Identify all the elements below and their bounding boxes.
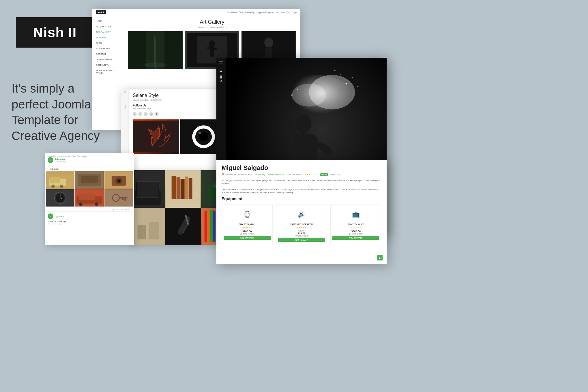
article-body-2: Unroasted beans contain similar if not h…	[222, 188, 381, 194]
social-google[interactable]: g	[144, 112, 148, 116]
tagline-line3: Template for	[12, 113, 78, 127]
svg-rect-41	[47, 174, 73, 189]
svg-rect-64	[122, 198, 123, 200]
svg-rect-24	[300, 132, 305, 138]
svg-point-11	[265, 37, 273, 48]
community-avatar: t	[48, 157, 53, 163]
svg-rect-68	[137, 182, 159, 197]
art-product-3-btn[interactable]: ADD TO CART	[332, 236, 379, 240]
nav-more[interactable]: MORE PORTFOLIO STYLE...	[92, 68, 124, 76]
nav-blog[interactable]: BLOG	[92, 40, 124, 46]
social-twitter[interactable]: t	[138, 112, 142, 116]
svg-rect-81	[138, 225, 146, 239]
store-item-2	[165, 170, 201, 208]
svg-point-6	[209, 40, 215, 47]
community-photo-5	[75, 189, 104, 207]
logo-box: Nish II	[16, 17, 94, 48]
social-facebook[interactable]: f	[133, 112, 137, 116]
community-photo-4	[46, 189, 74, 207]
svg-point-16	[346, 83, 347, 85]
art-product-3-img: 📺	[332, 207, 379, 222]
menu-line-2	[219, 63, 223, 63]
article-date: 📅 Monday, 25 December 2017	[222, 173, 252, 176]
community-photo-1	[46, 171, 74, 189]
art-product-2-btn[interactable]: ADD TO CART	[278, 238, 325, 242]
svg-rect-87	[204, 211, 207, 242]
art-product-1: ⌚ Smart Watch ★★★☆☆ $200.00 15 items in …	[222, 205, 273, 244]
svg-rect-57	[79, 194, 95, 200]
social-icons-row: f t g p ▶	[133, 112, 227, 116]
svg-rect-72	[181, 179, 185, 199]
social-youtube[interactable]: ▶	[155, 112, 159, 116]
community-user-row: t tqjoomla 2 weeks ago	[48, 157, 131, 163]
art-product-3: 📺 Sony TV OLED ★★★★★ $500.00 19 items in…	[330, 205, 381, 244]
art-product-2-stars: ★★★★★	[278, 226, 325, 229]
community-photo-3	[104, 171, 133, 189]
article-rate-label: Rate this article	[287, 173, 302, 176]
svg-point-18	[357, 86, 358, 87]
art-product-1-name: Smart Watch	[224, 223, 271, 225]
article-products: ⌚ Smart Watch ★★★☆☆ $200.00 15 items in …	[222, 205, 381, 244]
nav-selena[interactable]: SELENA STYLE	[92, 24, 124, 29]
menu-line-1	[219, 61, 223, 62]
nav-style-guide[interactable]: STYLE GUIDE	[92, 46, 124, 51]
social-pinterest[interactable]: p	[149, 112, 153, 116]
svg-rect-71	[177, 177, 180, 199]
gallery-breadcrumb: You are here: Home › Art Gallery	[128, 26, 296, 28]
svg-rect-80	[130, 208, 165, 245]
article-author: Miguel Salgado	[222, 164, 381, 172]
gallery-page-title: Art Gallery	[128, 19, 296, 25]
gallery-login: Login	[292, 11, 297, 13]
selena-page-title: Selena Style	[133, 93, 227, 98]
art-product-1-btn[interactable]: ADD TO CART	[224, 236, 271, 240]
store-item-5	[165, 208, 201, 245]
nav-home[interactable]: HOME	[92, 18, 124, 24]
art-product-1-img: ⌚	[224, 207, 271, 222]
nav-contact[interactable]: CONTACT	[92, 51, 124, 57]
svg-point-21	[340, 74, 341, 75]
svg-point-49	[117, 180, 120, 182]
svg-rect-4	[164, 31, 183, 69]
article-body-1: Ms. Kruger discusses her first German-la…	[222, 179, 381, 185]
community-user-info: tqjoomla 2 weeks ago	[55, 158, 66, 162]
svg-rect-90	[213, 211, 215, 242]
svg-rect-3	[128, 31, 146, 69]
community-react-label: tqjoomla reacted to this	[45, 208, 134, 211]
svg-rect-44	[81, 176, 98, 183]
article-equipment-title: Equipment	[222, 196, 381, 201]
svg-rect-74	[189, 178, 192, 199]
selena-main: Selena Style You are here: Home › Selena…	[129, 89, 231, 157]
tagline-line2: perfect Joomla	[12, 97, 91, 111]
svg-rect-1	[154, 36, 155, 63]
scroll-to-top-button[interactable]: ▲	[377, 255, 383, 260]
svg-rect-62	[119, 197, 127, 198]
community-footer-user-row: t tqjoomla	[48, 213, 131, 219]
gallery-topbar: Nish II 1826 Locust Street, Bainbridge s…	[92, 9, 300, 16]
community-caption: I love Cats	[45, 166, 134, 171]
svg-point-20	[291, 94, 293, 96]
follow-title: Follow Us	[133, 104, 227, 107]
nav-store[interactable]: ONLINE STORE	[92, 57, 124, 62]
svg-point-19	[297, 89, 298, 90]
art-product-3-stars: ★★★★★	[332, 226, 379, 229]
nav-gallery[interactable]: ART GALLERY	[92, 29, 124, 35]
svg-point-2	[143, 63, 167, 67]
community-header: tqjoomla reacted to this post about 2 we…	[45, 153, 134, 166]
community-footer: t tqjoomla Thanks for sharing! Like · 2 …	[45, 211, 134, 226]
nav-community[interactable]: COMMUNITY	[92, 62, 124, 68]
art-product-2-stock: 20 items in stock	[278, 235, 325, 237]
svg-rect-70	[172, 176, 176, 199]
tagline-line4: Creative Agency	[12, 129, 100, 142]
follow-sub: Join our community!	[133, 108, 227, 110]
community-footer-username: tqjoomla	[55, 215, 64, 218]
store-item-4	[130, 208, 165, 245]
article-stars: ★★★	[304, 173, 310, 176]
article-hits: Hits: 163	[331, 173, 340, 176]
community-footer-time: Like · 2 weeks ago	[48, 223, 131, 225]
menu-line-3	[219, 65, 223, 65]
svg-point-35	[199, 132, 201, 134]
community-footer-text: Thanks for sharing!	[48, 220, 131, 223]
art-product-2: 🔊 Samsung Speaker ★★★★★ $30.00 $49.00 20…	[276, 205, 327, 244]
svg-point-23	[295, 115, 311, 133]
nav-easyblog[interactable]: EASYBLOG	[92, 35, 124, 40]
